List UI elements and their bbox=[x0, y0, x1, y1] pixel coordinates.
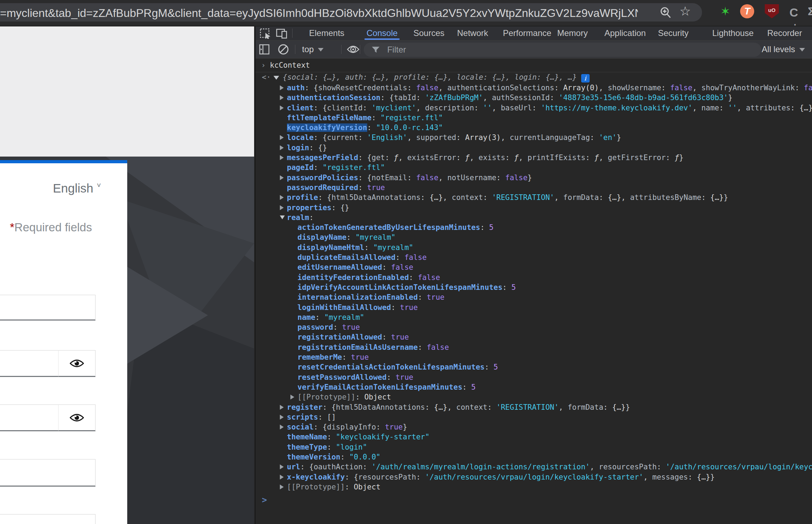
console-token: {…} bbox=[430, 193, 443, 202]
console-filter-input[interactable]: Filter bbox=[364, 43, 761, 57]
console-token: {…} bbox=[434, 403, 447, 412]
text-input[interactable] bbox=[0, 295, 96, 321]
tab-memory[interactable]: Memory bbox=[557, 26, 588, 40]
console-token: : bbox=[363, 463, 371, 471]
tab-recorder[interactable]: Recorder bbox=[767, 26, 802, 40]
collapse-arrow-icon[interactable] bbox=[273, 76, 279, 80]
tab-console[interactable]: Console bbox=[367, 26, 398, 40]
tab-network[interactable]: Network bbox=[457, 26, 488, 40]
console-row: themeName: "keycloakify-starter" bbox=[256, 432, 812, 442]
password-confirm-input[interactable] bbox=[0, 404, 59, 431]
text-input[interactable] bbox=[0, 514, 96, 524]
console-token: '' bbox=[483, 104, 492, 112]
extension-star-icon[interactable]: ✶ bbox=[718, 4, 732, 18]
expand-arrow-icon[interactable] bbox=[280, 93, 285, 103]
console-token: showResetCredentials bbox=[318, 84, 407, 92]
console-row: idpVerifyAccountLinkActionTokenLifespanM… bbox=[256, 282, 812, 292]
console-token: resetCredentialsActionTokenLifespanMinut… bbox=[297, 363, 485, 371]
console-rows: auth: {showResetCredentials: false, auth… bbox=[256, 83, 812, 492]
toolbar-separator bbox=[360, 45, 360, 54]
console-token: formData bbox=[568, 403, 603, 412]
expand-arrow-icon[interactable] bbox=[280, 83, 285, 93]
eye-toggle-button[interactable] bbox=[59, 350, 96, 377]
console-token: 'REGISTRATION' bbox=[492, 193, 554, 202]
console-row: properties: {} bbox=[256, 203, 812, 213]
console-token: realm bbox=[287, 213, 309, 222]
device-toolbar-icon[interactable] bbox=[276, 28, 288, 39]
ublock-origin-icon[interactable]: uO bbox=[765, 4, 779, 18]
console-token: false bbox=[427, 343, 449, 352]
bookmark-star-icon[interactable]: ☆ bbox=[679, 4, 691, 19]
expand-arrow-icon[interactable] bbox=[280, 482, 285, 492]
expand-arrow-icon[interactable] bbox=[280, 143, 285, 153]
inspect-element-icon[interactable] bbox=[260, 28, 272, 39]
tab-lighthouse[interactable]: Lighthouse bbox=[712, 26, 753, 40]
expand-arrow-icon[interactable] bbox=[280, 133, 285, 142]
console-token: pageId bbox=[287, 163, 314, 172]
expand-arrow-icon[interactable] bbox=[280, 193, 285, 202]
tab-elements[interactable]: Elements bbox=[309, 26, 344, 40]
live-expression-eye-icon[interactable] bbox=[346, 44, 360, 55]
console-command: kcContext bbox=[270, 61, 310, 69]
console-token: ftlTemplateFileName bbox=[287, 114, 371, 122]
console-token: "10.0.0-rc.143" bbox=[376, 123, 443, 132]
eye-toggle-button[interactable] bbox=[59, 404, 96, 431]
console-token: , bbox=[483, 93, 492, 102]
extension-partial-icon[interactable]: Σ bbox=[808, 4, 812, 18]
language-selector[interactable]: English˅ bbox=[53, 181, 101, 195]
console-token: messages bbox=[652, 473, 688, 481]
info-badge-icon[interactable]: i bbox=[581, 74, 590, 83]
console-token: {…} bbox=[710, 193, 724, 202]
console-token: , bbox=[693, 84, 701, 92]
console-token: : bbox=[355, 393, 364, 401]
console-token: name bbox=[297, 313, 315, 322]
expand-arrow-icon[interactable] bbox=[280, 173, 285, 183]
required-fields-note: *Required fields bbox=[10, 221, 92, 234]
extension-c-icon[interactable]: C⋮ bbox=[789, 4, 804, 18]
dock-sidebar-icon[interactable] bbox=[259, 44, 270, 55]
expand-arrow-icon[interactable] bbox=[280, 213, 285, 223]
devtools-tab-bar: Console Elements Sources Network Perform… bbox=[256, 26, 812, 41]
console-token: : bbox=[363, 104, 371, 112]
console-prompt-row[interactable]: > bbox=[256, 495, 812, 505]
console-token: } bbox=[617, 133, 621, 142]
expand-arrow-icon[interactable] bbox=[280, 472, 285, 482]
text-input[interactable] bbox=[0, 459, 96, 487]
log-levels-selector[interactable]: All levels bbox=[762, 41, 805, 58]
expand-arrow-icon[interactable] bbox=[280, 422, 285, 432]
expand-arrow-icon[interactable] bbox=[280, 203, 285, 213]
console-token: password bbox=[297, 323, 333, 331]
console-token: : bbox=[503, 283, 511, 292]
zoom-page-icon[interactable] bbox=[659, 6, 672, 19]
console-token: context bbox=[452, 193, 483, 202]
expand-arrow-icon[interactable] bbox=[280, 153, 285, 163]
eye-icon bbox=[70, 359, 84, 368]
expand-arrow-icon[interactable] bbox=[280, 462, 285, 472]
console-token: : bbox=[487, 403, 496, 412]
expand-arrow-icon[interactable] bbox=[290, 392, 296, 402]
console-token: : bbox=[327, 443, 336, 451]
expand-arrow-icon[interactable] bbox=[280, 412, 285, 422]
console-token: , bbox=[519, 153, 528, 162]
object-preview[interactable]: {social: {…}, auth: {…}, profile: {…}, l… bbox=[283, 73, 577, 81]
expand-arrow-icon[interactable] bbox=[280, 103, 285, 113]
console-row: internationalizationEnabled: true bbox=[256, 292, 812, 302]
console-token: : bbox=[462, 383, 471, 391]
expand-arrow-icon[interactable] bbox=[280, 402, 285, 412]
context-selector[interactable]: top bbox=[302, 41, 324, 58]
url-bar[interactable]: =myclient&tab_id=zZAfBubPRgM&client_data… bbox=[0, 3, 702, 22]
url-text[interactable]: =myclient&tab_id=zZAfBubPRgM&client_data… bbox=[0, 7, 638, 20]
console-token: actionTokenGeneratedByUserLifespanMinute… bbox=[297, 223, 480, 232]
console-token: : bbox=[315, 313, 324, 322]
tab-application[interactable]: Application bbox=[604, 26, 646, 40]
console-row: displayName: "myrealm" bbox=[256, 232, 812, 242]
password-input[interactable] bbox=[0, 350, 59, 377]
tab-security[interactable]: Security bbox=[658, 26, 689, 40]
clear-console-icon[interactable] bbox=[277, 43, 289, 55]
console-token: : { bbox=[318, 193, 332, 202]
extension-t-icon[interactable]: T bbox=[740, 4, 754, 18]
tab-performance[interactable]: Performance bbox=[503, 26, 551, 40]
tab-sources[interactable]: Sources bbox=[413, 26, 444, 40]
console-token: resetPasswordAllowed bbox=[297, 373, 387, 382]
console-token: , bbox=[398, 153, 407, 162]
